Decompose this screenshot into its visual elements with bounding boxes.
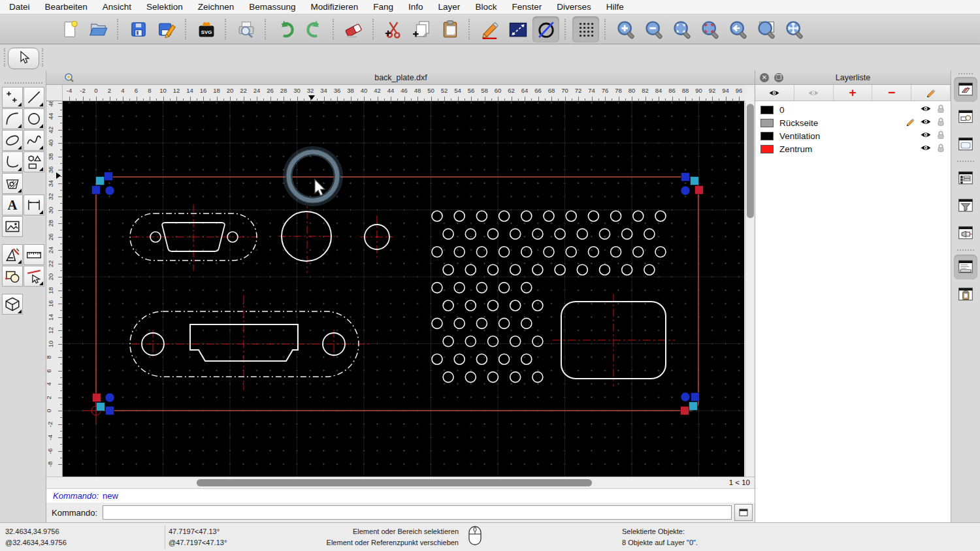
selection-handle[interactable] xyxy=(97,403,105,411)
selection-handle[interactable] xyxy=(681,407,689,415)
tool-measure-button[interactable] xyxy=(24,244,44,265)
cut-button[interactable] xyxy=(380,16,407,42)
reference-point-handle[interactable] xyxy=(105,186,114,195)
layer-list-panel-toggle[interactable] xyxy=(954,77,977,102)
new-button[interactable] xyxy=(57,16,84,42)
distance-measure-button[interactable] xyxy=(504,16,531,42)
layer-visibility-toggle[interactable] xyxy=(920,143,932,155)
reference-point-handle[interactable] xyxy=(681,186,690,195)
hide-all-layers-button[interactable] xyxy=(794,85,834,101)
add-layer-button[interactable]: + xyxy=(834,85,873,101)
horizontal-scrollbar-thumb[interactable] xyxy=(197,479,592,486)
menu-item-info[interactable]: Info xyxy=(408,2,423,12)
selection-arrow-button[interactable] xyxy=(8,48,39,69)
layer-row-zentrum[interactable]: Zentrum xyxy=(755,142,951,155)
edit-pencil-button[interactable] xyxy=(476,16,503,42)
zoom-previous-button[interactable] xyxy=(725,16,751,42)
menu-item-selektion[interactable]: Selektion xyxy=(146,2,183,12)
menu-item-fenster[interactable]: Fenster xyxy=(512,2,542,12)
tool-line-button[interactable] xyxy=(24,87,44,108)
tool-ellipse-button[interactable] xyxy=(2,130,23,151)
save-button[interactable] xyxy=(125,16,152,42)
selection-handle[interactable] xyxy=(689,402,698,411)
tool-spline-button[interactable] xyxy=(24,130,44,151)
pan-button[interactable] xyxy=(781,16,808,42)
zoom-window-button[interactable] xyxy=(753,16,779,42)
property-editor-panel-toggle[interactable] xyxy=(954,166,977,191)
copy-button[interactable] xyxy=(408,16,435,42)
edit-layer-button[interactable] xyxy=(911,85,951,101)
reference-point-handle[interactable] xyxy=(681,392,690,401)
tool-image-button[interactable] xyxy=(2,216,23,237)
selection-handle[interactable] xyxy=(96,177,105,185)
layer-row-0[interactable]: 0 xyxy=(755,103,951,116)
tool-shapes-button[interactable] xyxy=(24,151,44,172)
tool-solid-button[interactable] xyxy=(2,294,23,315)
circle-tangent-button[interactable] xyxy=(532,16,559,42)
menu-item-modifizieren[interactable]: Modifizieren xyxy=(311,2,359,12)
selection-handle[interactable] xyxy=(106,407,114,415)
block-list-panel-toggle[interactable] xyxy=(954,104,977,129)
layer-lock-toggle[interactable] xyxy=(936,143,945,155)
menu-item-layer[interactable]: Layer xyxy=(438,2,461,12)
command-input[interactable] xyxy=(103,505,732,520)
undo-button[interactable] xyxy=(272,16,299,42)
layer-visibility-toggle[interactable] xyxy=(920,117,932,129)
layer-row-ventilation[interactable]: Ventilation xyxy=(755,129,951,142)
vertical-scrollbar[interactable] xyxy=(745,101,755,477)
zoom-in-button[interactable] xyxy=(612,16,639,42)
camera-views-panel-toggle[interactable] xyxy=(954,221,977,245)
selection-handle[interactable] xyxy=(695,186,704,195)
command-detach-button[interactable] xyxy=(734,504,753,521)
zoom-auto-button[interactable] xyxy=(668,16,695,42)
layer-visibility-toggle[interactable] xyxy=(920,104,932,116)
selection-filter-panel-toggle[interactable] xyxy=(954,193,977,218)
layer-lock-toggle[interactable] xyxy=(936,130,945,142)
command-line-panel-toggle[interactable] xyxy=(954,255,977,279)
remove-layer-button[interactable]: − xyxy=(872,85,911,101)
layer-visibility-toggle[interactable] xyxy=(920,130,932,142)
menu-item-datei[interactable]: Datei xyxy=(9,2,30,12)
layer-lock-toggle[interactable] xyxy=(936,117,945,129)
selection-handle[interactable] xyxy=(93,394,101,402)
menu-item-hilfe[interactable]: Hilfe xyxy=(606,2,624,12)
menu-item-diverses[interactable]: Diverses xyxy=(557,2,591,12)
menu-item-fang[interactable]: Fang xyxy=(373,2,393,12)
tool-modify-button[interactable] xyxy=(2,244,23,265)
menu-item-zeichnen[interactable]: Zeichnen xyxy=(198,2,235,12)
delete-button[interactable] xyxy=(340,16,367,42)
tool-text-button[interactable]: A xyxy=(2,195,23,215)
zoom-out-button[interactable] xyxy=(640,16,667,42)
tool-dimension-button[interactable] xyxy=(24,195,44,215)
horizontal-scrollbar[interactable]: 1 < 10 xyxy=(46,477,755,488)
selection-handle[interactable] xyxy=(681,173,690,181)
layer-row-rückseite[interactable]: Rückseite xyxy=(755,116,951,129)
menu-item-ansicht[interactable]: Ansicht xyxy=(103,2,131,12)
tool-explode-button[interactable] xyxy=(2,266,23,287)
reference-point-handle[interactable] xyxy=(105,393,114,402)
drawing-canvas[interactable] xyxy=(63,101,744,477)
view-list-panel-toggle[interactable] xyxy=(954,132,977,157)
layer-lock-toggle[interactable] xyxy=(936,104,945,116)
paste-button[interactable] xyxy=(436,16,463,42)
tool-hatch-button[interactable] xyxy=(2,173,23,194)
save-as-button[interactable] xyxy=(153,16,180,42)
redo-button[interactable] xyxy=(301,16,327,42)
export-svg-button[interactable]: SVG xyxy=(193,16,220,42)
tool-circle-button[interactable] xyxy=(24,108,44,129)
selection-handle[interactable] xyxy=(92,186,101,195)
menu-item-bemassung[interactable]: Bemassung xyxy=(249,2,295,12)
tool-trim-button[interactable] xyxy=(24,266,44,287)
clipboard-panel-panel-toggle[interactable] xyxy=(954,282,977,307)
tool-points-button[interactable] xyxy=(2,87,23,108)
menu-item-bearbeiten[interactable]: Bearbeiten xyxy=(45,2,88,12)
print-preview-button[interactable] xyxy=(233,16,259,42)
selection-handle[interactable] xyxy=(691,177,699,185)
tool-arc-button[interactable] xyxy=(2,108,23,129)
menu-item-block[interactable]: Block xyxy=(475,2,497,12)
open-button[interactable] xyxy=(85,16,112,42)
vertical-scrollbar-thumb[interactable] xyxy=(747,104,754,218)
grid-toggle-button[interactable] xyxy=(572,16,599,42)
show-all-layers-button[interactable] xyxy=(755,85,794,101)
selection-handle[interactable] xyxy=(105,172,113,181)
